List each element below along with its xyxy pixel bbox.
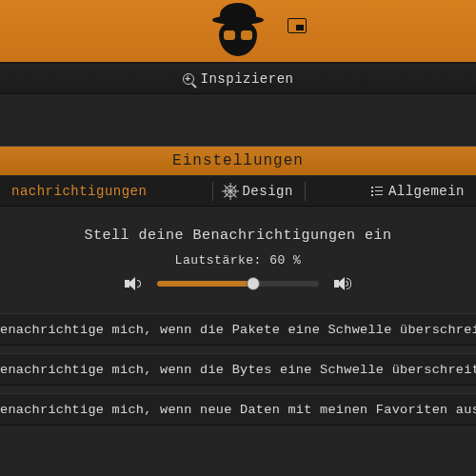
- volume-low-icon[interactable]: [125, 275, 142, 292]
- inspect-label: Inspizieren: [201, 71, 294, 87]
- top-bar: [0, 0, 476, 64]
- settings-title: Einstellungen: [0, 146, 476, 176]
- tabs: nachrichtigungen Design Allgemein: [0, 176, 476, 207]
- list-icon: [371, 187, 383, 196]
- inspect-button[interactable]: Inspizieren: [0, 64, 476, 94]
- notifications-subtitle: Stell deine Benachrichtigungen ein: [0, 228, 476, 244]
- tab-general[interactable]: Allgemein: [360, 176, 476, 206]
- tab-notifications[interactable]: nachrichtigungen: [0, 176, 158, 206]
- volume-high-icon[interactable]: [334, 275, 351, 292]
- option-favorites-data[interactable]: enachrichtige mich, wenn neue Daten mit …: [0, 393, 476, 426]
- volume-label: Lautstärke: 60 %: [0, 253, 476, 268]
- option-packets-threshold[interactable]: enachrichtige mich, wenn die Pakete eine…: [0, 313, 476, 346]
- volume-slider-row: [0, 275, 476, 292]
- app-logo: [210, 3, 266, 58]
- magnify-plus-icon: [183, 73, 194, 85]
- option-bytes-threshold[interactable]: enachrichtige mich, wenn die Bytes eine …: [0, 353, 476, 386]
- notification-options: enachrichtige mich, wenn die Pakete eine…: [0, 313, 476, 426]
- picture-in-picture-icon[interactable]: [288, 18, 307, 33]
- settings-content: Stell deine Benachrichtigungen ein Lauts…: [0, 207, 476, 426]
- volume-slider[interactable]: [157, 281, 319, 287]
- tab-design[interactable]: Design: [213, 176, 304, 206]
- sun-icon: [225, 186, 236, 197]
